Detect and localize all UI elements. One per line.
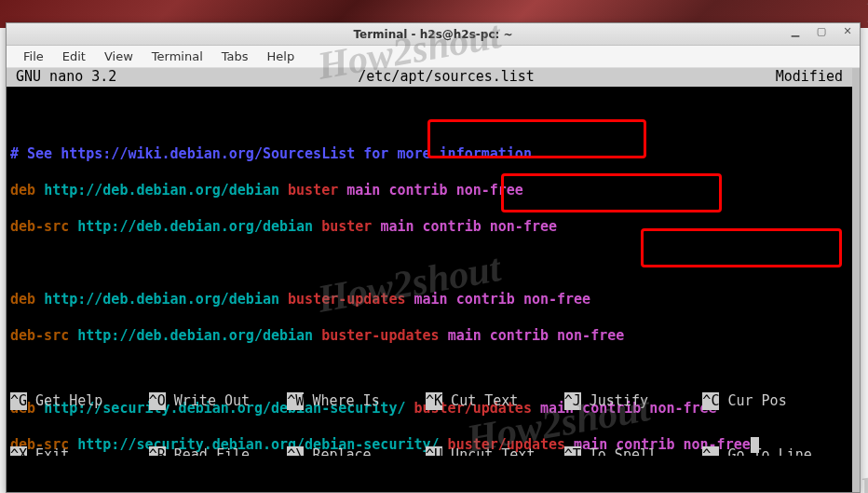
minimize-button[interactable]: ▁ [789,25,802,38]
window-title: Terminal - h2s@h2s-pc: ~ [353,28,512,41]
window-controls: ▁ ▢ ✕ [789,25,854,38]
menu-edit[interactable]: Edit [53,47,95,66]
menu-file[interactable]: File [14,47,53,66]
shortcut-cell: ^J Justify [564,392,703,411]
shortcut-row: ^X Exit ^R Read File ^\ Replace ^U Uncut… [10,446,841,456]
nano-header: GNU nano 3.2 /etc/apt/sources.list Modif… [7,68,852,87]
shortcut-cell: ^C Cur Pos [702,392,841,411]
maximize-button[interactable]: ▢ [815,25,828,38]
nano-filename: /etc/apt/sources.list [116,68,775,87]
shortcut-cell: ^X Exit [10,446,149,456]
shortcut-cell: ^\ Replace [287,446,426,456]
editor-line [10,109,848,128]
editor-line: # See https://wiki.debian.org/SourcesLis… [10,145,848,164]
close-button[interactable]: ✕ [841,25,854,38]
terminal-content[interactable]: GNU nano 3.2 /etc/apt/sources.list Modif… [7,68,860,492]
menu-view[interactable]: View [95,47,142,66]
shortcut-cell: ^O Write Out [149,392,288,411]
menubar: File Edit View Terminal Tabs Help [7,46,860,68]
editor-line: deb http://deb.debian.org/debian buster … [10,182,848,200]
editor-line: deb-src http://deb.debian.org/debian bus… [10,218,848,237]
shortcut-cell: ^T To Spell [564,446,703,456]
shortcut-cell: ^_ Go To Line [702,446,841,456]
menu-help[interactable]: Help [258,47,305,66]
shortcut-cell: ^W Where Is [287,392,426,411]
editor-line: deb-src http://deb.debian.org/debian bus… [10,327,848,346]
shortcut-cell: ^K Cut Text [426,392,564,411]
menu-tabs[interactable]: Tabs [212,47,258,66]
shortcut-cell: ^R Read File [149,446,288,456]
nano-version: GNU nano 3.2 [10,68,116,87]
shortcut-row: ^G Get Help ^O Write Out ^W Where Is ^K … [10,392,841,411]
terminal-window: Terminal - h2s@h2s-pc: ~ ▁ ▢ ✕ File Edit… [6,22,861,493]
window-titlebar[interactable]: Terminal - h2s@h2s-pc: ~ ▁ ▢ ✕ [7,23,860,46]
nano-shortcuts: ^G Get Help ^O Write Out ^W Where Is ^K … [7,356,845,493]
menu-terminal[interactable]: Terminal [142,47,212,66]
shortcut-cell: ^U Uncut Text [426,446,564,456]
editor-line [10,254,848,273]
nano-status: Modified [776,68,848,87]
shortcut-cell: ^G Get Help [10,392,149,411]
editor-line: deb http://deb.debian.org/debian buster-… [10,291,848,309]
